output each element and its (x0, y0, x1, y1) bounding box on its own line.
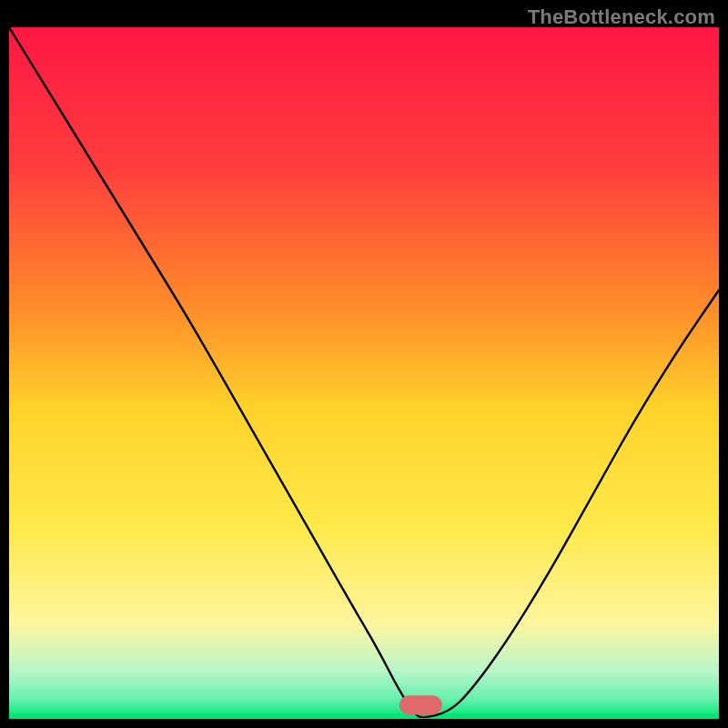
watermark-text: TheBottleneck.com (528, 5, 715, 29)
chart-frame: TheBottleneck.com (0, 0, 728, 728)
plot-area (9, 27, 719, 719)
bottleneck-chart-canvas (9, 27, 719, 719)
